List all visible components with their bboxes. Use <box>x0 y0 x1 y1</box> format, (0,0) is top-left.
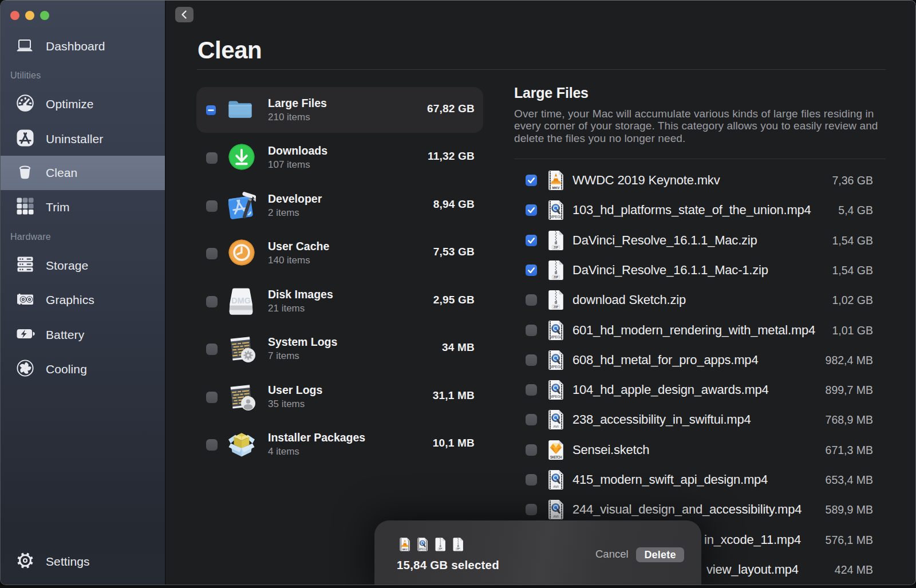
svg-text:MKV: MKV <box>402 548 408 551</box>
svg-text:MPEG4: MPEG4 <box>418 548 427 551</box>
svg-text:ZIP: ZIP <box>439 548 442 550</box>
svg-text:ZIP: ZIP <box>554 246 559 249</box>
svg-text:ZIP: ZIP <box>554 275 559 279</box>
svg-text:AVI: AVI <box>553 485 559 488</box>
svg-text:MPEG4: MPEG4 <box>550 365 562 369</box>
svg-text:ZIP: ZIP <box>554 305 559 309</box>
svg-text:ZIP: ZIP <box>456 548 460 550</box>
svg-text:MPEG4: MPEG4 <box>550 335 562 339</box>
svg-text:SKETCH: SKETCH <box>550 455 562 459</box>
svg-text:MKV: MKV <box>552 186 560 190</box>
svg-text:MPEG4: MPEG4 <box>550 215 562 219</box>
svg-text:DMG: DMG <box>231 296 251 305</box>
svg-text:MPEG4: MPEG4 <box>550 394 562 398</box>
svg-text:AVI: AVI <box>553 515 559 518</box>
svg-text:AVI: AVI <box>553 425 559 428</box>
